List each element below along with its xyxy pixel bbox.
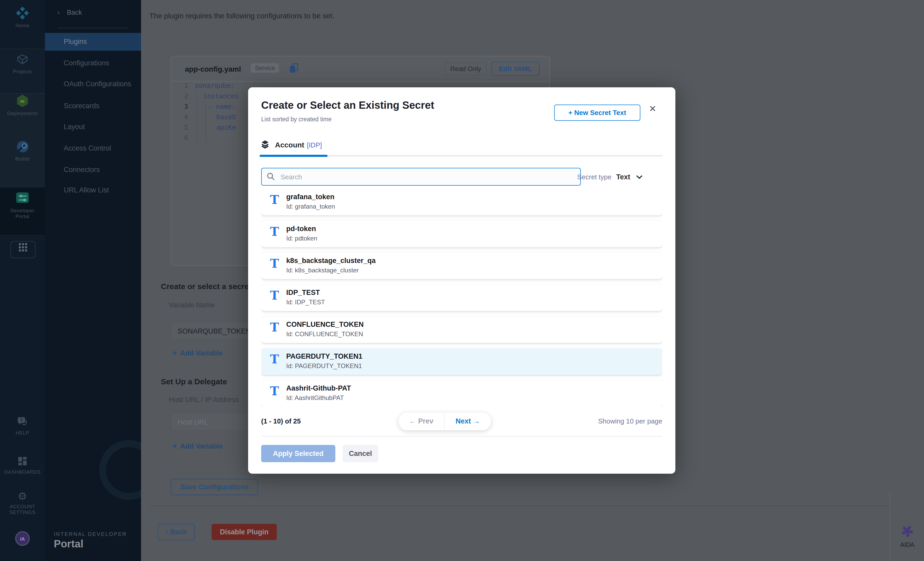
secret-name: CONFLUENCE_TOKEN — [286, 320, 364, 328]
rail-item-deployments[interactable]: ∞ Deployments — [0, 94, 45, 116]
arrow-left-icon: ← — [409, 417, 416, 425]
edit-yaml-button[interactable]: Edit YAML — [492, 62, 539, 76]
builds-icon — [16, 140, 29, 154]
secret-id: Id: PAGERDUTY_TOKEN1 — [286, 362, 362, 370]
secret-row[interactable]: T grafana_token Id: grafana_token — [261, 194, 662, 215]
secret-id: Id: pdtoken — [286, 235, 317, 242]
active-tab-indicator — [260, 155, 327, 157]
save-configurations-button[interactable]: Save Configurations — [171, 479, 258, 495]
nav-back-label: Back — [67, 8, 82, 16]
text-secret-icon: T — [270, 256, 279, 270]
avatar[interactable]: IA — [15, 531, 30, 546]
cancel-button[interactable]: Cancel — [343, 445, 378, 462]
help-icon: ? — [17, 416, 28, 428]
secret-type-value: Text — [616, 173, 630, 181]
secret-row[interactable]: T PAGERDUTY_TOKEN1 Id: PAGERDUTY_TOKEN1 — [261, 348, 662, 375]
chevron-left-icon: ‹ — [57, 8, 60, 16]
search-icon — [267, 173, 275, 182]
aida-assistant[interactable]: AIDA — [891, 524, 924, 548]
rail-item-label: Home — [0, 23, 45, 28]
rail-item-label: Deployments — [0, 110, 45, 116]
host-url-input[interactable] — [171, 413, 260, 431]
secret-type-filter[interactable]: Secret typeText — [577, 172, 663, 181]
secret-row[interactable]: T IDP_TEST Id: IDP_TEST — [261, 284, 662, 311]
prev-page-button[interactable]: ← Prev — [399, 412, 444, 430]
add-variable-label: Add Variable — [180, 442, 223, 450]
nav-item[interactable]: Connectors — [45, 161, 141, 179]
line-number: 3 — [178, 102, 188, 110]
secret-select-dialog: Create or Select an Existing Secret List… — [248, 87, 675, 474]
text-secret-icon: T — [270, 352, 279, 366]
nav-item[interactable]: OAuth Configurations — [45, 75, 141, 93]
rail-item-label: Projects — [0, 69, 45, 74]
add-variable-link[interactable]: +Add Variable — [172, 441, 223, 450]
nav-item[interactable]: Access Control — [45, 140, 141, 157]
aida-icon — [900, 531, 915, 540]
projects-icon — [16, 53, 29, 67]
chevron-left-icon: ‹ — [166, 528, 168, 536]
divider — [57, 28, 129, 28]
add-variable-link[interactable]: +Add Variable — [172, 348, 223, 357]
svg-text:?: ? — [20, 418, 23, 423]
svg-text:∞: ∞ — [20, 98, 25, 105]
copy-icon[interactable] — [290, 63, 298, 75]
grid-icon — [18, 245, 28, 254]
apply-selected-button[interactable]: Apply Selected — [261, 445, 335, 462]
nav-back-button[interactable]: ‹ Back — [57, 8, 82, 16]
secret-row[interactable]: T Aashrit-Github-PAT Id: AashritGithubPA… — [261, 380, 662, 406]
config-card-header: app-config.yaml Service Read Only Edit Y… — [171, 56, 549, 81]
prev-label: Prev — [418, 417, 434, 425]
tab-account-idp[interactable]: Account[IDP] — [261, 140, 322, 149]
developer-portal-icon — [15, 190, 30, 206]
rail-item-projects[interactable]: Projects — [0, 53, 45, 74]
rail-item-label: SETTINGS — [0, 509, 45, 515]
rail-item-home[interactable]: Home — [0, 6, 45, 28]
secret-id: Id: AashritGithubPAT — [286, 394, 344, 402]
dashboards-icon — [17, 456, 28, 468]
divider — [890, 492, 890, 561]
plugin-nav-panel: ‹ Back Plugins Configurations OAuth Conf… — [45, 0, 141, 561]
secret-name: pd-token — [286, 225, 316, 233]
divider — [0, 235, 45, 236]
line-number: 1 — [178, 81, 188, 89]
new-secret-text-button[interactable]: + New Secret Text — [554, 105, 640, 121]
line-number: 6 — [178, 134, 188, 142]
rail-item-developer-portal[interactable]: Developer Portal — [0, 190, 45, 219]
divider — [0, 49, 45, 49]
disable-plugin-button[interactable]: Disable Plugin — [212, 524, 277, 540]
text-secret-icon: T — [270, 320, 279, 334]
secret-row[interactable]: T CONFLUENCE_TOKEN Id: CONFLUENCE_TOKEN — [261, 316, 662, 343]
secret-name: PAGERDUTY_TOKEN1 — [286, 352, 363, 360]
pagination-pill: ← Prev Next → — [399, 412, 491, 430]
nav-item[interactable]: Configurations — [45, 54, 141, 72]
nav-item[interactable]: Scorecards — [45, 97, 141, 115]
rail-item-account-settings[interactable]: ⚙ ACCOUNT SETTINGS — [0, 490, 45, 515]
aida-label: AIDA — [891, 541, 924, 548]
secret-id: Id: IDP_TEST — [286, 299, 325, 306]
rail-item-label: Builds — [0, 156, 45, 162]
rail-item-builds[interactable]: Builds — [0, 140, 45, 162]
nav-item[interactable]: Layout — [45, 118, 141, 136]
secret-list: T grafana_token Id: grafana_token T pd-t… — [261, 194, 662, 406]
search-input[interactable] — [279, 170, 574, 184]
secret-row[interactable]: T k8s_backstage_cluster_qa Id: k8s_backs… — [261, 253, 662, 279]
back-button[interactable]: ‹ Back — [158, 524, 195, 540]
divider — [149, 505, 889, 506]
nav-item[interactable]: URL Allow List — [45, 181, 141, 199]
rail-item-help[interactable]: ? HELP — [0, 416, 45, 436]
next-page-button[interactable]: Next → — [444, 412, 491, 430]
nav-item[interactable]: Plugins — [45, 33, 141, 51]
secret-name: k8s_backstage_cluster_qa — [286, 257, 375, 265]
app-root: Home Projects ∞ Deployments — [0, 0, 924, 561]
rail-item-dashboards[interactable]: DASHBOARDS — [0, 456, 45, 475]
variable-name-input[interactable] — [171, 322, 260, 340]
plus-icon: + — [172, 348, 177, 357]
secret-row[interactable]: T pd-token Id: pdtoken — [261, 221, 662, 247]
code-text: sonarqube: — [195, 81, 234, 89]
code-text: - name: — [208, 102, 235, 110]
next-label: Next — [456, 417, 471, 425]
module-grid-button[interactable] — [10, 241, 36, 258]
close-icon[interactable]: × — [649, 103, 656, 114]
dialog-subtitle: List sorted by created time — [261, 116, 332, 122]
page-size-indicator: Showing 10 per page — [598, 417, 662, 425]
